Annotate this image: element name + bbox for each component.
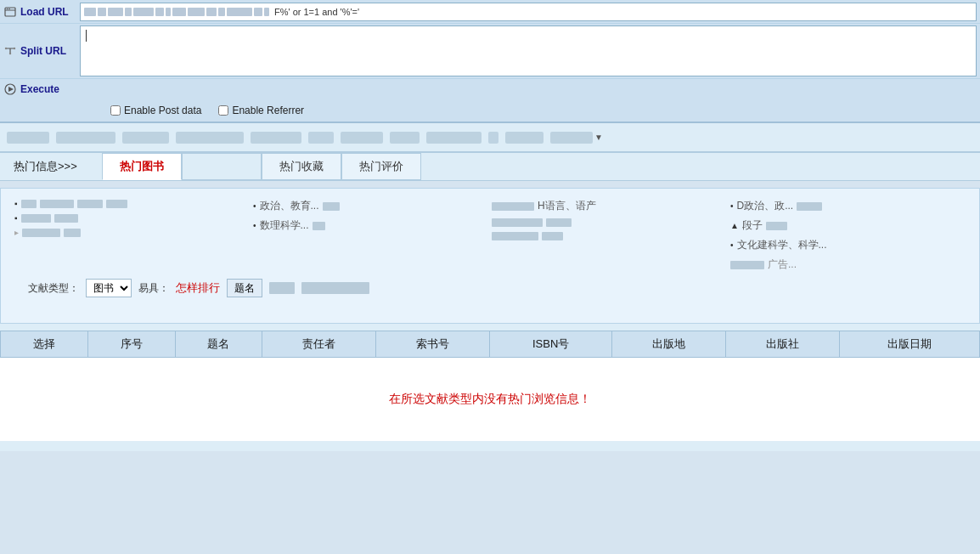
nav-item-11[interactable] [505, 132, 544, 144]
content-item-3-3 [492, 232, 727, 240]
hot-label: 热门信息>>> [0, 154, 102, 179]
split-url-icon [3, 44, 17, 58]
col-isbn: ISBN号 [490, 331, 612, 358]
split-url-button[interactable]: Split URL [3, 44, 80, 58]
content-item-2-1: • 政治、教育... [253, 199, 488, 213]
data-table-container: 选择 序号 题名 责任者 索书号 ISBN号 出版地 出版社 出版日期 在所选文… [0, 331, 980, 441]
toolbar: Load URL F%' or 1=1 and '%'=' [0, 0, 980, 123]
col-pubplace: 出版地 [612, 331, 726, 358]
col-author: 责任者 [262, 331, 376, 358]
blur-2-1 [323, 202, 340, 211]
svg-point-3 [8, 8, 10, 9]
nav-item-1[interactable] [7, 132, 49, 144]
nav-dropdown-label [550, 132, 593, 144]
text-cursor [86, 30, 87, 42]
blur-1-3a [22, 229, 60, 237]
blur-filter-2 [301, 282, 369, 294]
execute-row: Execute [0, 79, 980, 99]
tab-hot-reviews[interactable]: 热门评价 [341, 153, 421, 180]
filter-type-select[interactable]: 图书 [86, 279, 132, 297]
url-display[interactable]: F%' or 1=1 and '%'=' [80, 3, 977, 21]
browse-content-box: ▪ ▪ ▸ • [0, 188, 980, 324]
url-content: F%' or 1=1 and '%'=' [84, 4, 359, 20]
nav-dropdown-arrow[interactable]: ▼ [594, 133, 603, 142]
blur-3-3a [492, 232, 538, 240]
nav-item-5[interactable] [251, 132, 301, 144]
nav-item-8[interactable] [390, 132, 420, 144]
content-item-1-3: ▸ [14, 228, 250, 237]
blur-4-4 [730, 261, 764, 269]
split-url-display[interactable] [80, 25, 977, 76]
svg-point-4 [5, 48, 7, 49]
content-col-3: H语言、语产 [492, 199, 727, 272]
enable-post-data-checkbox[interactable] [110, 105, 121, 116]
content-item-4-1: • D政治、政... [730, 199, 966, 213]
filter-separator: 易具： [138, 281, 169, 296]
load-url-label: Load URL [20, 6, 69, 18]
blur-3-3b [542, 232, 563, 240]
execute-icon [3, 82, 17, 96]
nav-item-7[interactable] [341, 132, 383, 144]
split-url-label: Split URL [20, 45, 66, 57]
blur-1-1b [40, 200, 74, 208]
content-item-3-1: H语言、语产 [492, 199, 727, 213]
post-data-checkbox-item[interactable]: Enable Post data [110, 105, 201, 116]
blur-3-2b [546, 218, 572, 227]
nav-item-9[interactable] [426, 132, 482, 144]
blur-2-2 [313, 222, 325, 230]
load-url-row: Load URL F%' or 1=1 and '%'=' [0, 0, 980, 24]
col-pubdate: 出版日期 [840, 331, 980, 358]
content-item-4-4: 广告... [730, 257, 966, 272]
execute-button[interactable]: Execute [3, 82, 80, 96]
filter-row: 文献类型： 图书 易具： 怎样排行 题名 [14, 272, 966, 304]
nav-dropdown[interactable]: ▼ [550, 132, 603, 144]
blur-4-2 [766, 222, 787, 230]
svg-point-5 [14, 48, 15, 49]
tab-hot-books[interactable]: 热门图书 [102, 153, 182, 180]
load-url-icon [3, 5, 17, 19]
sql-injection-text: F%' or 1=1 and '%'=' [274, 7, 359, 17]
enable-referrer-checkbox[interactable] [218, 105, 228, 116]
nav-item-6[interactable] [308, 132, 334, 144]
referrer-checkbox-item[interactable]: Enable Referrer [218, 105, 304, 116]
col-title: 题名 [175, 331, 262, 358]
content-item-1-1: ▪ [14, 199, 250, 208]
checkbox-row: Enable Post data Enable Referrer [0, 99, 980, 122]
tab-hot-collection[interactable]: 热门收藏 [262, 153, 341, 180]
empty-message: 在所选文献类型内没有热门浏览信息！ [0, 358, 980, 441]
filter-label: 文献类型： [28, 281, 79, 296]
content-item-3-2 [492, 218, 727, 227]
nav-item-2[interactable] [56, 132, 115, 144]
results-table: 选择 序号 题名 责任者 索书号 ISBN号 出版地 出版社 出版日期 [0, 331, 980, 358]
svg-marker-8 [8, 87, 14, 92]
blur-1-1c [77, 200, 103, 208]
content-col-4: • D政治、政... ▲ 段子 • 文化建科学、科学... 广告... [730, 199, 966, 272]
nav-item-10[interactable] [488, 132, 498, 144]
content-item-2-2: • 数理科学... [253, 218, 488, 233]
table-header-row: 选择 序号 题名 责任者 索书号 ISBN号 出版地 出版社 出版日期 [1, 331, 980, 358]
nav-bar: ▼ [0, 123, 980, 153]
content-item-4-3: • 文化建科学、科学... [730, 238, 966, 252]
svg-point-6 [9, 53, 11, 54]
blur-3-1a [492, 202, 534, 211]
tab-hot-journals[interactable]: 热门期刊 [182, 153, 262, 180]
content-item-4-2: ▲ 段子 [730, 218, 966, 233]
execute-label: Execute [20, 83, 59, 95]
blur-1-3b [64, 229, 81, 237]
col-publisher: 出版社 [726, 331, 840, 358]
col-select: 选择 [1, 331, 88, 358]
table-header: 选择 序号 题名 责任者 索书号 ISBN号 出版地 出版社 出版日期 [1, 331, 980, 358]
sort-link[interactable]: 怎样排行 [176, 280, 220, 296]
nav-item-3[interactable] [122, 132, 169, 144]
enable-referrer-label: Enable Referrer [232, 105, 304, 116]
blur-1-1a [21, 200, 37, 208]
content-col-2: • 政治、教育... • 数理科学... [253, 199, 488, 272]
content-col-1: ▪ ▪ ▸ [14, 199, 250, 272]
hot-tabs-bar: 热门信息>>> 热门图书 热门期刊 热门收藏 热门评价 [0, 153, 980, 181]
title-filter-btn[interactable]: 题名 [227, 279, 262, 297]
split-url-row: Split URL [0, 24, 980, 79]
enable-post-data-label: Enable Post data [124, 105, 201, 116]
blur-filter-1 [269, 282, 295, 294]
load-url-button[interactable]: Load URL [3, 5, 80, 19]
nav-item-4[interactable] [176, 132, 244, 144]
